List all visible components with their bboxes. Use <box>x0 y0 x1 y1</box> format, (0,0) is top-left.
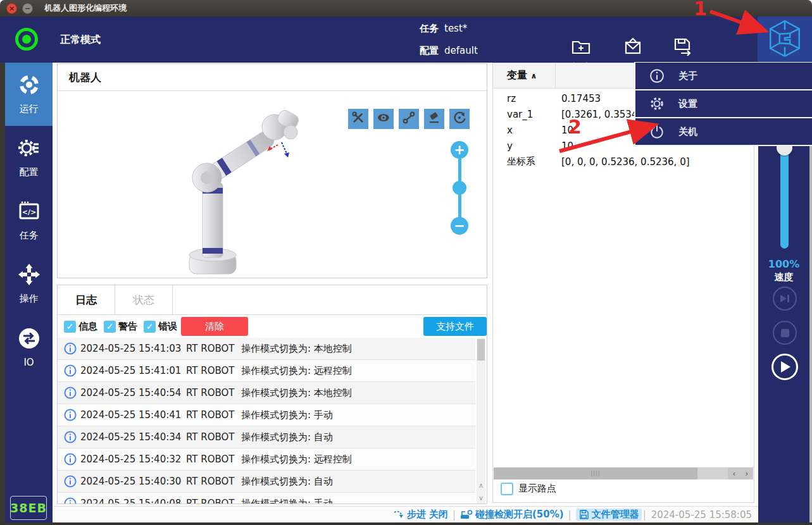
run-target-icon <box>18 73 41 99</box>
config-label: 配置 <box>420 45 439 57</box>
minimize-icon[interactable]: − <box>22 3 33 14</box>
config-value: default <box>444 45 478 56</box>
zoom-out-button[interactable]: − <box>451 217 468 235</box>
filter-info-checkbox[interactable]: ✓ <box>64 321 76 333</box>
variables-hscrollbar[interactable]: |||| ‹ › <box>494 467 753 479</box>
scroll-up-icon[interactable]: ∧ <box>477 479 485 491</box>
info-icon <box>64 497 77 503</box>
task-value: test* <box>444 23 467 34</box>
close-icon[interactable]: × <box>6 3 17 14</box>
sidebar-item-config[interactable]: 配置 <box>5 126 53 189</box>
speed-slider-track[interactable] <box>780 147 789 249</box>
clear-log-button[interactable]: 清除 <box>181 317 248 336</box>
log-row[interactable]: 2024-05-25 15:41:03 RT ROBOT 操作模式切换为: 本地… <box>58 338 475 360</box>
rotate-icon <box>451 109 468 128</box>
variables-header-cell: 变量 ∧ <box>493 63 556 89</box>
menu-item-about[interactable]: 关于 <box>635 63 812 90</box>
step-mode-status[interactable]: 步进 关闭 <box>393 509 448 521</box>
open-mail-icon <box>623 37 643 59</box>
info-icon <box>64 475 77 490</box>
sidebar-item-task[interactable]: </> 任务 <box>5 189 53 252</box>
scroll-left-icon[interactable]: ‹ <box>728 467 740 479</box>
task-label: 任务 <box>420 23 439 35</box>
sidebar-item-run[interactable]: 运行 <box>5 63 53 126</box>
play-icon <box>781 361 790 373</box>
view-visibility-button[interactable] <box>373 109 394 129</box>
step-arrow-icon <box>393 509 404 521</box>
log-row[interactable]: 2024-05-25 15:40:08 RT ROBOT 操作模式切换为: 手动 <box>58 493 475 503</box>
log-list[interactable]: 2024-05-25 15:41:03 RT ROBOT 操作模式切换为: 本地… <box>58 338 475 503</box>
log-row[interactable]: 2024-05-25 15:40:32 RT ROBOT 操作模式切换为: 远程… <box>58 448 475 471</box>
support-file-button[interactable]: 支持文件 <box>423 317 487 336</box>
brand-cube-logo-icon <box>768 20 801 60</box>
sidebar-item-operate[interactable]: 操作 <box>5 252 53 316</box>
collapse-chevron-icon[interactable]: ∧ <box>531 71 537 80</box>
log-row[interactable]: 2024-05-25 15:40:54 RT ROBOT 操作模式切换为: 本地… <box>58 382 475 404</box>
desktop-strip <box>0 522 812 525</box>
separator: | <box>568 509 572 521</box>
scroll-right-icon[interactable]: › <box>740 467 753 479</box>
file-manager-icon <box>578 509 589 520</box>
svg-text:</>: </> <box>22 208 35 216</box>
mode-label: 正常模式 <box>60 34 101 47</box>
log-row[interactable]: 2024-05-25 15:40:41 RT ROBOT 操作模式切换为: 手动 <box>58 404 475 426</box>
divider <box>58 90 487 91</box>
variables-hscrollbar-thumb[interactable]: |||| <box>494 467 697 479</box>
info-icon <box>64 386 77 402</box>
view-rotate-button[interactable] <box>449 109 470 129</box>
speed-label: 速度 <box>758 271 809 283</box>
zoom-in-button[interactable]: + <box>451 141 468 159</box>
power-icon <box>649 124 665 139</box>
app-menu-button[interactable] <box>758 16 812 63</box>
menu-item-settings[interactable]: 设置 <box>635 90 812 118</box>
view-tools-button[interactable] <box>348 109 368 129</box>
play-button[interactable] <box>771 354 798 380</box>
info-icon <box>649 68 665 83</box>
info-icon <box>64 364 77 380</box>
log-row[interactable]: 2024-05-25 15:40:30 RT ROBOT 操作模式切换为: 自动 <box>58 471 475 493</box>
log-row[interactable]: 2024-05-25 15:40:34 RT ROBOT 操作模式切换为: 自动 <box>58 426 475 448</box>
log-row[interactable]: 2024-05-25 15:41:01 RT ROBOT 操作模式切换为: 远程… <box>58 360 475 382</box>
collision-robot-icon <box>460 509 473 521</box>
sidebar-item-io[interactable]: IO <box>5 316 53 379</box>
log-tab-bar: 日志 状态 <box>58 285 487 315</box>
info-icon <box>64 409 77 424</box>
save-icon <box>672 37 692 59</box>
separator: | <box>453 509 456 521</box>
io-swap-icon <box>18 327 41 352</box>
filter-warning-label: 警告 <box>118 321 137 333</box>
scroll-down-icon[interactable]: ∨ <box>477 492 485 503</box>
step-forward-icon <box>780 294 790 303</box>
collision-detect-status[interactable]: 碰撞检测开启(50%) <box>460 509 564 521</box>
zoom-slider-thumb[interactable] <box>453 181 466 195</box>
log-scrollbar[interactable]: ∧ ∨ <box>477 338 485 503</box>
filter-error-checkbox[interactable]: ✓ <box>144 321 156 333</box>
title-bar: × − 机器人图形化编程环境 <box>0 0 812 16</box>
separator: | <box>643 509 646 521</box>
eye-icon <box>375 109 392 128</box>
filter-warning-checkbox[interactable]: ✓ <box>104 321 116 333</box>
robot-3d-panel[interactable]: 机器人 <box>57 63 487 278</box>
tab-status[interactable]: 状态 <box>115 285 173 315</box>
variable-row[interactable]: 坐标系 [0, 0, 0, 0.5236, 0.5236, 0] <box>493 154 754 170</box>
gear-list-icon <box>18 137 41 162</box>
menu-item-shutdown[interactable]: 关机 <box>635 118 812 146</box>
step-forward-button[interactable] <box>773 287 797 311</box>
file-manager-button[interactable]: 文件管理器 <box>576 509 642 521</box>
view-erase-button[interactable] <box>424 109 444 129</box>
view-path-button[interactable] <box>399 109 419 129</box>
filter-info-label: 信息 <box>78 321 97 333</box>
new-folder-icon <box>571 37 591 59</box>
show-waypoints-checkbox[interactable] <box>501 483 513 495</box>
robot-panel-title: 机器人 <box>69 70 101 85</box>
tab-log[interactable]: 日志 <box>58 285 115 315</box>
status-timestamp: 2024-05-25 15:58:05 <box>651 509 752 521</box>
status-code-badge: 38EB <box>10 496 47 520</box>
gear-icon <box>649 96 665 111</box>
status-bar: 步进 关闭 | 碰撞检测开启(50%) | 文件管理器 | 2024-05-25… <box>53 506 758 522</box>
window-left-edge <box>0 63 5 525</box>
filter-error-label: 错误 <box>158 321 177 333</box>
log-scrollbar-thumb[interactable] <box>477 339 485 361</box>
eraser-icon <box>426 109 442 128</box>
stop-button[interactable] <box>773 321 797 345</box>
